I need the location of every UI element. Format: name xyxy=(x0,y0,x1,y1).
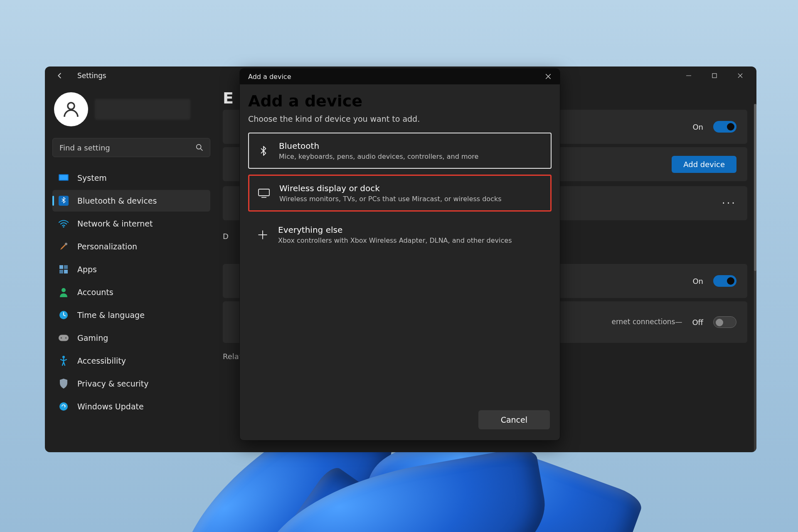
dialog-subtitle: Choose the kind of device you want to ad… xyxy=(248,114,552,123)
nav-system[interactable]: System xyxy=(52,167,210,189)
dialog-titlebar: Add a device xyxy=(240,69,560,84)
nav-network[interactable]: Network & internet xyxy=(52,213,210,234)
option-desc: Xbox controllers with Xbox Wireless Adap… xyxy=(278,236,512,244)
nav-accounts[interactable]: Accounts xyxy=(52,281,210,303)
option-title: Wireless display or dock xyxy=(279,183,502,193)
nav-label: Network & internet xyxy=(77,219,153,228)
toggle-state: On xyxy=(692,277,703,286)
option-everything-else[interactable]: Everything else Xbox controllers with Xb… xyxy=(248,217,552,252)
svg-point-4 xyxy=(68,103,74,109)
monitor-icon xyxy=(257,186,271,200)
nav-bluetooth-devices[interactable]: Bluetooth & devices xyxy=(52,190,210,212)
gamepad-icon xyxy=(58,332,69,343)
nav-label: Accounts xyxy=(77,288,113,297)
svg-point-20 xyxy=(65,337,67,339)
svg-rect-13 xyxy=(64,265,68,269)
svg-point-22 xyxy=(59,402,68,411)
cancel-button[interactable]: Cancel xyxy=(478,410,550,429)
nav-accessibility[interactable]: Accessibility xyxy=(52,350,210,372)
avatar xyxy=(54,92,88,126)
svg-point-19 xyxy=(61,337,62,339)
option-desc: Mice, keyboards, pens, audio devices, co… xyxy=(279,153,478,160)
nav-label: Accessibility xyxy=(77,356,126,365)
option-desc: Wireless monitors, TVs, or PCs that use … xyxy=(279,195,502,203)
nav-label: Windows Update xyxy=(77,402,144,411)
system-icon xyxy=(58,172,69,183)
nav-gaming[interactable]: Gaming xyxy=(52,327,210,349)
plus-icon xyxy=(256,228,270,242)
svg-rect-1 xyxy=(712,74,717,78)
bluetooth-icon xyxy=(58,195,69,206)
option-wireless-display[interactable]: Wireless display or dock Wireless monito… xyxy=(248,175,552,212)
metered-toggle[interactable] xyxy=(713,316,736,328)
accessibility-icon xyxy=(58,355,69,366)
wifi-icon xyxy=(58,218,69,229)
nav-label: Gaming xyxy=(77,333,108,342)
svg-rect-14 xyxy=(59,270,63,273)
nav-apps[interactable]: Apps xyxy=(52,259,210,280)
add-device-dialog: Add a device Add a device Choose the kin… xyxy=(239,68,560,441)
more-icon[interactable]: ··· xyxy=(722,197,736,209)
search-placeholder: Find a setting xyxy=(59,143,110,152)
nav-windows-update[interactable]: Windows Update xyxy=(52,396,210,417)
nav-privacy-security[interactable]: Privacy & security xyxy=(52,373,210,394)
close-button[interactable] xyxy=(727,67,753,84)
back-button[interactable] xyxy=(54,70,66,81)
nav-label: Personalization xyxy=(77,242,137,251)
search-input[interactable]: Find a setting xyxy=(52,138,210,157)
svg-rect-12 xyxy=(59,265,63,269)
window-title: Settings xyxy=(77,71,106,80)
svg-point-11 xyxy=(65,243,67,245)
nav-list: System Bluetooth & devices Network & int… xyxy=(52,167,210,417)
add-device-button[interactable]: Add device xyxy=(672,156,736,173)
svg-rect-25 xyxy=(259,189,269,196)
svg-point-16 xyxy=(62,288,66,292)
svg-rect-8 xyxy=(59,175,68,180)
svg-rect-15 xyxy=(64,270,68,273)
search-icon xyxy=(195,143,204,152)
nav-label: Time & language xyxy=(77,310,145,320)
bluetooth-icon xyxy=(256,144,271,158)
svg-line-6 xyxy=(201,149,203,151)
nav-label: Apps xyxy=(77,265,97,274)
toggle-state: Off xyxy=(692,318,703,327)
nav-label: Bluetooth & devices xyxy=(77,196,157,205)
dialog-title: Add a device xyxy=(248,92,552,110)
option-title: Bluetooth xyxy=(279,141,478,151)
update-icon xyxy=(58,401,69,412)
nav-personalization[interactable]: Personalization xyxy=(52,236,210,257)
profile-section[interactable] xyxy=(52,92,210,126)
minimize-button[interactable] xyxy=(676,67,702,84)
person-icon xyxy=(58,287,69,298)
profile-name-redacted xyxy=(95,99,190,120)
dialog-close-button[interactable] xyxy=(542,71,554,82)
maximize-button[interactable] xyxy=(702,67,727,84)
window-controls xyxy=(676,67,753,84)
option-title: Everything else xyxy=(278,225,512,235)
shield-icon xyxy=(58,378,69,389)
scrollbar[interactable] xyxy=(754,104,756,452)
setting-toggle-2[interactable] xyxy=(713,275,736,287)
sidebar: Find a setting System Bluetooth & device… xyxy=(45,85,217,452)
globe-clock-icon xyxy=(58,310,69,320)
svg-point-10 xyxy=(63,226,64,228)
svg-rect-18 xyxy=(59,335,69,341)
svg-point-21 xyxy=(62,356,65,358)
nav-label: System xyxy=(77,173,107,182)
svg-point-5 xyxy=(197,145,201,149)
toggle-state: On xyxy=(692,123,703,131)
dialog-titlebar-text: Add a device xyxy=(248,73,291,81)
bluetooth-toggle[interactable] xyxy=(713,121,736,133)
nav-label: Privacy & security xyxy=(77,379,149,388)
brush-icon xyxy=(58,241,69,252)
apps-icon xyxy=(58,264,69,275)
option-bluetooth[interactable]: Bluetooth Mice, keyboards, pens, audio d… xyxy=(248,133,552,169)
nav-time-language[interactable]: Time & language xyxy=(52,304,210,326)
